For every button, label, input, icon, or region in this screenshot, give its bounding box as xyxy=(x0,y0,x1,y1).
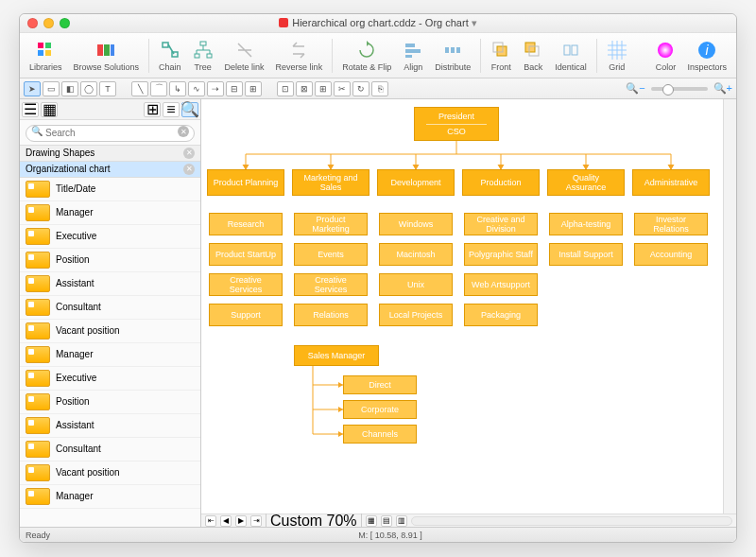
panel-toggle-2[interactable]: ▦ xyxy=(41,102,58,117)
shape-list[interactable]: Title/DateManagerExecutivePositionAssist… xyxy=(20,178,200,528)
text-tool[interactable]: T xyxy=(99,81,116,96)
org-chart-node[interactable]: Channels xyxy=(343,425,417,444)
color-button[interactable]: Color xyxy=(651,40,679,72)
clear-search-button[interactable]: ✕ xyxy=(178,126,189,137)
zoom-in-icon[interactable]: 🔍+ xyxy=(713,82,732,95)
delete-link-button[interactable]: Delete link xyxy=(221,40,268,72)
arc-tool[interactable]: ⌒ xyxy=(150,81,167,96)
org-chart-node[interactable]: Administrative xyxy=(632,169,710,196)
rotate-flip-button[interactable]: Rotate & Flip xyxy=(338,40,395,72)
shape-item[interactable]: Executive xyxy=(20,367,200,391)
shape-item[interactable]: Position xyxy=(20,391,200,414)
connector-tool[interactable]: ↳ xyxy=(169,81,186,96)
layout-mode-2[interactable]: ▤ xyxy=(381,515,392,527)
org-chart-node[interactable]: Creative Services xyxy=(294,273,368,296)
inspectors-button[interactable]: iInspectors xyxy=(683,40,730,72)
org-chart-node[interactable]: Product Marketing xyxy=(294,213,368,235)
zoom-slider[interactable] xyxy=(651,87,708,91)
shape-item[interactable]: Consultant xyxy=(20,438,200,461)
org-chart-node[interactable]: Install Support xyxy=(549,243,623,266)
ungroup-tool[interactable]: ⊠ xyxy=(296,81,313,96)
layout-mode-3[interactable]: ▥ xyxy=(396,515,407,527)
org-chart-node[interactable]: Direct xyxy=(343,375,417,394)
org-chart-node[interactable]: Research xyxy=(209,213,283,235)
lock-tool[interactable]: ⊞ xyxy=(315,81,332,96)
minimize-window-button[interactable] xyxy=(43,18,54,28)
panel-toggle-1[interactable]: ☰ xyxy=(22,102,39,117)
align-button[interactable]: Align xyxy=(399,40,427,72)
pointer-tool[interactable]: ➤ xyxy=(24,81,41,96)
tree-button[interactable]: Tree xyxy=(189,40,217,72)
crop-tool[interactable]: ✂ xyxy=(334,81,351,96)
front-button[interactable]: Front xyxy=(487,40,515,72)
org-chart-node[interactable]: Product StartUp xyxy=(209,243,283,266)
rotate-tool[interactable]: ↻ xyxy=(352,81,369,96)
close-category-icon[interactable]: ✕ xyxy=(183,148,195,159)
horizontal-scrollbar[interactable] xyxy=(411,516,732,526)
org-chart-node[interactable]: Corporate xyxy=(343,400,417,419)
distribute-button[interactable]: Distribute xyxy=(431,40,474,72)
shape-item[interactable]: Manager xyxy=(20,201,200,225)
org-chart-node[interactable]: Support xyxy=(209,304,283,326)
page-first-button[interactable]: ⇤ xyxy=(205,515,216,527)
select-tool[interactable]: ▭ xyxy=(43,81,60,96)
shape-item[interactable]: Manager xyxy=(20,343,200,367)
link-tool[interactable]: ⎘ xyxy=(371,81,388,96)
org-chart-node[interactable]: Accounting xyxy=(634,243,708,266)
org-chart-node[interactable]: Investor Relations xyxy=(634,213,708,235)
route-tool[interactable]: ⊟ xyxy=(226,81,243,96)
panel-search-toggle[interactable]: 🔍 xyxy=(181,102,198,117)
spline-tool[interactable]: ∿ xyxy=(188,81,205,96)
category-drawing-shapes[interactable]: Drawing Shapes✕ xyxy=(20,146,200,162)
close-window-button[interactable] xyxy=(27,18,38,28)
smart-connector-tool[interactable]: ⇢ xyxy=(207,81,224,96)
branch-tool[interactable]: ⊞ xyxy=(245,81,262,96)
chain-button[interactable]: Chain xyxy=(155,40,185,72)
browse-solutions-button[interactable]: Browse Solutions xyxy=(70,40,144,72)
org-chart-node[interactable]: Production xyxy=(462,169,540,196)
shape-item[interactable]: Assistant xyxy=(20,414,200,438)
org-chart-node[interactable]: Macintosh xyxy=(379,243,453,266)
org-chart-node[interactable]: Local Projects xyxy=(379,304,453,326)
shape-item[interactable]: Executive xyxy=(20,225,200,249)
org-chart-node[interactable]: PresidentCSO xyxy=(414,107,499,141)
ellipse-tool[interactable]: ◯ xyxy=(80,81,97,96)
shape-item[interactable]: Manager xyxy=(20,485,200,509)
shape-item[interactable]: Consultant xyxy=(20,296,200,320)
group-tool[interactable]: ⊡ xyxy=(277,81,294,96)
org-chart-node[interactable]: Windows xyxy=(379,213,453,235)
grid-button[interactable]: Grid xyxy=(603,40,631,72)
org-chart-node[interactable]: Polygraphic Staff xyxy=(464,243,538,266)
org-chart-node[interactable]: Web Artsupport xyxy=(464,273,538,296)
org-chart-node[interactable]: Quality Assurance xyxy=(547,169,625,196)
category-org-chart[interactable]: Organizational chart✕ xyxy=(20,162,200,178)
layout-mode-1[interactable]: ▦ xyxy=(366,515,377,527)
org-chart-node[interactable]: Marketing and Sales xyxy=(292,169,369,196)
org-chart-node[interactable]: Creative and Division xyxy=(464,213,538,235)
org-chart-node[interactable]: Unix xyxy=(379,273,453,296)
rect-tool[interactable]: ◧ xyxy=(61,81,78,96)
org-chart-node[interactable]: Creative Services xyxy=(209,273,283,296)
page-next-button[interactable]: ▶ xyxy=(235,515,247,527)
org-chart-node[interactable]: Sales Manager xyxy=(294,345,379,366)
line-tool[interactable]: ╲ xyxy=(131,81,148,96)
back-button[interactable]: Back xyxy=(519,40,547,72)
org-chart-node[interactable]: Events xyxy=(294,243,368,266)
shape-item[interactable]: Title/Date xyxy=(20,178,200,201)
search-input[interactable] xyxy=(26,125,195,142)
panel-list-view[interactable]: ≡ xyxy=(163,102,180,117)
page-last-button[interactable]: ⇥ xyxy=(250,515,262,527)
org-chart-node[interactable]: Product Planning xyxy=(207,169,284,196)
zoom-out-icon[interactable]: 🔍− xyxy=(626,82,644,95)
org-chart-node[interactable]: Alpha-testing xyxy=(549,213,623,235)
drawing-canvas[interactable]: PresidentCSOProduct PlanningMarketing an… xyxy=(201,99,723,513)
shape-item[interactable]: Assistant xyxy=(20,272,200,296)
reverse-link-button[interactable]: Reverse link xyxy=(272,40,327,72)
close-category-icon[interactable]: ✕ xyxy=(183,164,195,175)
zoom-window-button[interactable] xyxy=(60,18,70,28)
panel-grid-view[interactable]: ⊞ xyxy=(144,102,161,117)
libraries-button[interactable]: Libraries xyxy=(26,40,66,72)
page-prev-button[interactable]: ◀ xyxy=(220,515,232,527)
shape-item[interactable]: Position xyxy=(20,249,200,272)
shape-item[interactable]: Vacant position xyxy=(20,461,200,485)
